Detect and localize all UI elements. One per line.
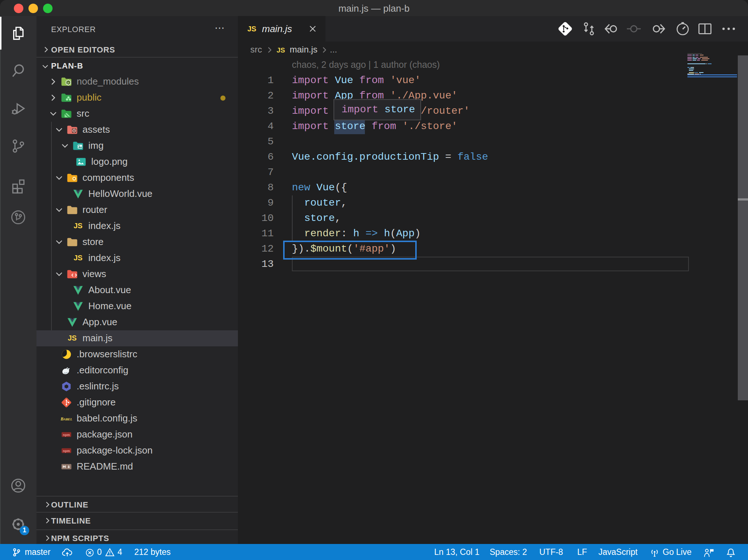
svg-text:BABEL: BABEL [61, 416, 72, 421]
svg-text:js: js [67, 81, 70, 84]
svg-text:npm: npm [63, 433, 70, 437]
svg-text:npm: npm [63, 449, 70, 453]
